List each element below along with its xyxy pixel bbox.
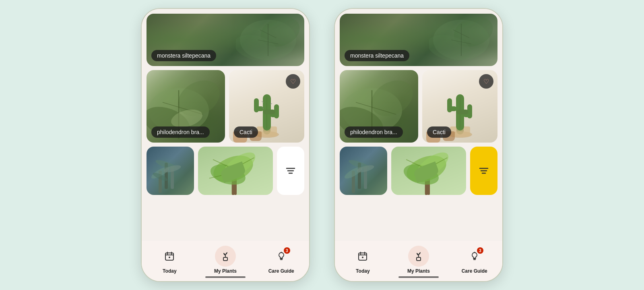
mid-row-left: philodendron bra... ♡ <box>147 70 304 143</box>
nav-today-left[interactable]: Today <box>142 246 198 274</box>
tropical-art-right <box>391 147 466 195</box>
nav-today-right[interactable]: Today <box>335 246 391 274</box>
filter-button-right[interactable] <box>470 147 497 195</box>
dracaena-art-right <box>340 147 387 195</box>
bot-row-right <box>340 147 497 195</box>
phone-content-right: monstera siltepecana philodendron bra... <box>335 9 502 241</box>
top-plant-card-right[interactable]: monstera siltepecana <box>340 14 497 66</box>
svg-rect-18 <box>274 104 279 118</box>
bot-row-left <box>147 147 304 195</box>
svg-rect-65 <box>447 98 452 112</box>
svg-point-88 <box>362 257 363 258</box>
mid-right-card-left[interactable]: ♡ <box>229 70 304 143</box>
nav-myplants-label-right: My Plants <box>407 268 430 274</box>
phone-content-left: monstera siltepecana philodendron bra... <box>142 9 309 241</box>
bot-mid-card-right[interactable] <box>391 147 466 195</box>
tropical-art-left <box>198 147 273 195</box>
dracaena-art-left <box>147 147 194 195</box>
nav-myplants-left[interactable]: My Plants <box>198 246 254 274</box>
nav-myplants-label-left: My Plants <box>214 268 237 274</box>
plant-icon-right <box>413 251 424 261</box>
leaf-decoration-right <box>429 16 493 64</box>
phone-left: monstera siltepecana philodendron bra... <box>141 8 310 282</box>
nav-careguide-right[interactable]: 3 Care Guide <box>446 246 502 274</box>
myplants-icon-wrap-right <box>408 246 429 267</box>
myplants-icon-wrap-left <box>215 246 236 267</box>
today-icon-wrap-left <box>159 246 180 267</box>
home-indicator-left <box>205 276 246 278</box>
svg-rect-16 <box>254 98 259 112</box>
mid-right-card-right[interactable]: ♡ Cacti <box>422 70 497 143</box>
phone-right: monstera siltepecana philodendron bra... <box>334 8 503 282</box>
today-icon-wrap-right <box>352 246 373 267</box>
plant-grid-right: monstera siltepecana philodendron bra... <box>335 9 502 200</box>
svg-rect-89 <box>417 257 421 261</box>
filter-icon-right <box>479 167 489 175</box>
svg-point-44 <box>169 257 170 258</box>
bot-left-card-right[interactable] <box>340 147 387 195</box>
filter-icon-left <box>286 167 295 175</box>
top-plant-label-left: monstera siltepecana <box>151 50 216 61</box>
nav-today-label-left: Today <box>163 268 176 274</box>
nav-myplants-right[interactable]: My Plants <box>391 246 447 274</box>
leaf-decoration-left <box>236 16 300 64</box>
bottom-nav-right: Today My Plants 3 <box>335 241 502 281</box>
bot-left-card-left[interactable] <box>147 147 194 195</box>
bottom-nav-left: Today My Plants 3 <box>142 241 309 281</box>
top-plant-card-left[interactable]: monstera siltepecana <box>147 14 304 66</box>
calendar-icon-right <box>357 251 368 261</box>
plant-grid-left: monstera siltepecana philodendron bra... <box>142 9 309 200</box>
bot-mid-card-left[interactable] <box>198 147 273 195</box>
mid-left-card-right[interactable]: philodendron bra... <box>340 70 418 143</box>
mid-row-right: philodendron bra... ♡ <box>340 70 497 143</box>
careguide-badge-right: 3 <box>477 247 483 254</box>
mid-left-card-left[interactable]: philodendron bra... <box>147 70 225 143</box>
top-plant-label-right: monstera siltepecana <box>345 50 409 61</box>
top-row-right: monstera siltepecana <box>340 14 497 66</box>
filter-button-left[interactable] <box>277 147 304 195</box>
nav-careguide-label-left: Care Guide <box>268 268 294 274</box>
nav-careguide-label-right: Care Guide <box>462 268 487 274</box>
home-indicator-right <box>398 276 439 278</box>
mid-left-label-right: philodendron bra... <box>345 126 403 138</box>
careguide-icon-wrap-right: 3 <box>464 246 485 267</box>
svg-rect-67 <box>467 104 472 118</box>
careguide-icon-wrap-left: 3 <box>271 246 292 267</box>
careguide-badge-left: 3 <box>284 247 290 254</box>
svg-rect-45 <box>223 257 227 261</box>
mid-right-label-left: Cacti <box>234 126 258 138</box>
mid-left-label-left: philodendron bra... <box>151 126 210 138</box>
nav-careguide-left[interactable]: 3 Care Guide <box>253 246 309 274</box>
nav-today-label-right: Today <box>356 268 369 274</box>
calendar-icon-left <box>164 251 175 261</box>
plant-icon-left <box>220 251 231 261</box>
top-row-left: monstera siltepecana <box>147 14 304 66</box>
mid-right-label-right: Cacti <box>427 126 451 138</box>
